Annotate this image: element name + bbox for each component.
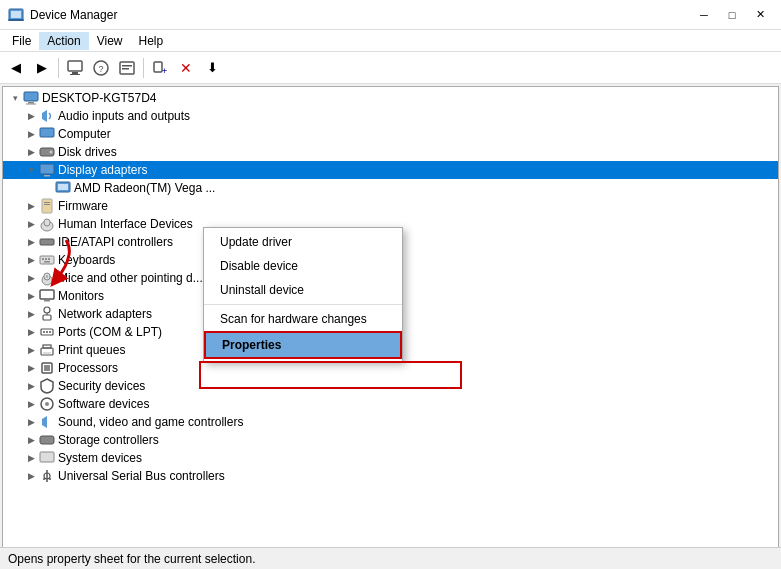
close-button[interactable]: ✕ <box>747 5 773 25</box>
expand-icon[interactable]: ▶ <box>23 450 39 466</box>
list-item[interactable]: ▶ Software devices <box>3 395 778 413</box>
toolbar-separator-1 <box>58 58 59 78</box>
tree-root[interactable]: ▾ DESKTOP-KGT57D4 <box>3 89 778 107</box>
svg-rect-55 <box>40 436 54 444</box>
svg-rect-39 <box>44 300 50 302</box>
storage-label: Storage controllers <box>58 433 159 447</box>
firmware-icon <box>39 198 55 214</box>
expand-icon[interactable]: ▶ <box>23 252 39 268</box>
list-item[interactable]: ▾ Display adapters <box>3 161 778 179</box>
update-button[interactable]: ⬇ <box>200 56 224 80</box>
svg-rect-49 <box>43 352 51 354</box>
ports-icon <box>39 324 55 340</box>
svg-rect-24 <box>42 199 52 213</box>
svg-rect-33 <box>48 258 50 260</box>
list-item[interactable]: AMD Radeon(TM) Vega ... <box>3 179 778 197</box>
minimize-button[interactable]: ─ <box>691 5 717 25</box>
expand-icon[interactable]: ▶ <box>23 288 39 304</box>
ide-label: IDE/ATAPI controllers <box>58 235 173 249</box>
status-bar: Opens property sheet for the current sel… <box>0 547 781 569</box>
processor-icon <box>39 360 55 376</box>
root-label: DESKTOP-KGT57D4 <box>42 91 156 105</box>
expand-icon[interactable]: ▶ <box>23 198 39 214</box>
maximize-button[interactable]: □ <box>719 5 745 25</box>
uninstall-device-item[interactable]: Uninstall device <box>204 278 402 302</box>
disk-label: Disk drives <box>58 145 117 159</box>
keyboard-label: Keyboards <box>58 253 115 267</box>
list-item[interactable]: ▶ Sound, video and game controllers <box>3 413 778 431</box>
list-item[interactable]: ▶ Security devices <box>3 377 778 395</box>
expand-icon[interactable]: ▶ <box>23 378 39 394</box>
menu-help[interactable]: Help <box>131 32 172 50</box>
svg-rect-9 <box>122 65 132 67</box>
list-item[interactable]: ▶ System devices <box>3 449 778 467</box>
uninstall-button[interactable]: ✕ <box>174 56 198 80</box>
gpu-icon <box>55 180 71 196</box>
list-item[interactable]: ▶ Universal Serial Bus controllers <box>3 467 778 485</box>
ide-icon <box>39 234 55 250</box>
software-icon <box>39 396 55 412</box>
list-item[interactable]: ▶ Computer <box>3 125 778 143</box>
disk-icon <box>39 144 55 160</box>
expand-icon[interactable]: ▶ <box>23 342 39 358</box>
monitor-icon <box>39 288 55 304</box>
list-item[interactable]: ▶ Storage controllers <box>3 431 778 449</box>
computer-view-button[interactable] <box>63 56 87 80</box>
expand-icon[interactable]: ▶ <box>23 126 39 142</box>
expand-icon[interactable]: ▾ <box>23 162 39 178</box>
menu-file[interactable]: File <box>4 32 39 50</box>
forward-button[interactable]: ▶ <box>30 56 54 80</box>
list-item[interactable]: ▶ Disk drives <box>3 143 778 161</box>
expand-icon[interactable]: ▶ <box>23 324 39 340</box>
expand-icon[interactable]: ▶ <box>23 108 39 124</box>
svg-rect-23 <box>58 184 68 190</box>
expand-icon[interactable]: ▶ <box>23 414 39 430</box>
system-label: System devices <box>58 451 142 465</box>
menu-action[interactable]: Action <box>39 32 88 50</box>
svg-rect-29 <box>40 239 54 245</box>
svg-point-53 <box>45 402 49 406</box>
sound-label: Sound, video and game controllers <box>58 415 243 429</box>
expand-icon[interactable]: ▶ <box>23 234 39 250</box>
list-item[interactable]: ▶ Audio inputs and outputs <box>3 107 778 125</box>
svg-marker-16 <box>42 110 47 122</box>
svg-rect-38 <box>40 290 54 299</box>
svg-rect-30 <box>40 256 54 264</box>
firmware-label: Firmware <box>58 199 108 213</box>
properties-item[interactable]: Properties <box>204 331 402 359</box>
processor-label: Processors <box>58 361 118 375</box>
expand-icon[interactable]: ▶ <box>23 360 39 376</box>
expand-icon[interactable]: ▶ <box>23 468 39 484</box>
storage-icon <box>39 432 55 448</box>
update-driver-item[interactable]: Update driver <box>204 230 402 254</box>
expand-icon[interactable]: ▶ <box>23 396 39 412</box>
title-text: Device Manager <box>30 8 117 22</box>
disable-device-item[interactable]: Disable device <box>204 254 402 278</box>
svg-rect-3 <box>68 61 82 71</box>
security-label: Security devices <box>58 379 145 393</box>
help-button[interactable]: ? <box>89 56 113 80</box>
mice-label: Mice and other pointing d... <box>58 271 203 285</box>
computer-label: Computer <box>58 127 111 141</box>
scan-hardware-item[interactable]: Scan for hardware changes <box>204 307 402 331</box>
expand-icon[interactable]: ▶ <box>23 216 39 232</box>
expand-icon[interactable]: ▶ <box>23 432 39 448</box>
expand-icon[interactable]: ▶ <box>23 144 39 160</box>
properties-button[interactable] <box>115 56 139 80</box>
menu-view[interactable]: View <box>89 32 131 50</box>
system-icon <box>39 450 55 466</box>
expand-icon[interactable]: ▶ <box>23 270 39 286</box>
svg-rect-21 <box>44 175 50 177</box>
root-toggle[interactable]: ▾ <box>7 90 23 106</box>
keyboard-icon <box>39 252 55 268</box>
audio-icon <box>39 108 55 124</box>
security-icon <box>39 378 55 394</box>
expand-icon[interactable]: ▶ <box>23 306 39 322</box>
list-item[interactable]: ▶ Firmware <box>3 197 778 215</box>
back-button[interactable]: ◀ <box>4 56 28 80</box>
usb-icon <box>39 468 55 484</box>
main-panel: ▾ DESKTOP-KGT57D4 ▶ Audio inputs and out… <box>2 86 779 549</box>
svg-rect-31 <box>42 258 44 260</box>
ports-label: Ports (COM & LPT) <box>58 325 162 339</box>
scan-button[interactable]: + <box>148 56 172 80</box>
